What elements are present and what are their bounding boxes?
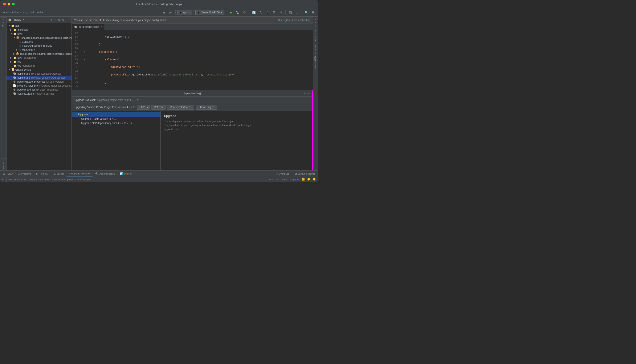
- tab-upgrade-assistant[interactable]: ↑ Upgrade Assistant: [67, 171, 93, 177]
- tab-app-inspection-label: App Inspection: [100, 172, 115, 175]
- run-selected-steps-btn[interactable]: Run selected steps: [167, 105, 194, 110]
- upgrade-assistant-label: Upgrade Assistant:: [75, 98, 96, 102]
- tab-profiler[interactable]: 📊 Profiler: [118, 171, 134, 177]
- tab-profiler-label: Profiler: [124, 172, 132, 175]
- navigate-forward-btn[interactable]: ▶: [168, 10, 174, 15]
- tree-label-gradle-scripts: Gradle Scripts: [15, 68, 31, 71]
- buildgradle-project-icon: 🐘: [13, 72, 17, 75]
- tree-label-proguard: proguard-rules.pro (ProGuard Rules for L…: [17, 84, 72, 87]
- code-editor[interactable]: 12 13 14 15 16 17 18 19 20 21 22 23 24 2…: [72, 30, 313, 89]
- toolbar-separator-6: [301, 10, 302, 14]
- profile-button[interactable]: ⏱: [241, 10, 247, 15]
- panel-close-btn[interactable]: —: [66, 18, 70, 22]
- tree-item-constants[interactable]: ▶ © Constants: [7, 40, 72, 44]
- editor-area: You can use the Project Structure dialog…: [72, 16, 313, 182]
- res-gen-icon: 📁: [13, 64, 17, 67]
- tab-logcat[interactable]: ☰ Logcat: [51, 171, 67, 177]
- gradle-properties-icon: ⚙: [13, 88, 16, 91]
- tree-item-gradle-wrapper[interactable]: ▶ ⚙ gradle-wrapper.properties (Gradle Ve…: [7, 80, 72, 84]
- bottom-tabs-bar: ☰ TODO ⚠ Problems ▶ Terminal ☰ Logcat ↑ …: [0, 170, 318, 177]
- gradle-tab-vertical[interactable]: Gradle: [313, 16, 317, 28]
- tree-item-res-generated[interactable]: ▶ 📁 res (generated): [7, 64, 72, 68]
- tree-item-androidtest-package[interactable]: ▶ 📦 com.google.android.gms.location.samp…: [7, 52, 72, 56]
- tree-item-app[interactable]: ▼ 📁 app: [7, 24, 72, 28]
- emulator-tab-vertical[interactable]: Emulator: [313, 28, 317, 42]
- upgrade-toolbar: Upgrading Android Gradle Plugin from ver…: [72, 104, 312, 111]
- breadcrumb-buildgradle[interactable]: build.gradle: [30, 11, 43, 14]
- panel-minimize-btn[interactable]: —: [307, 92, 310, 95]
- tree-item-main-package[interactable]: ▼ 📦 com.google.android.gms.location.samp…: [7, 36, 72, 40]
- android-icon: 🤖: [8, 18, 11, 21]
- open-project-structure-btn[interactable]: Open (⌘;): [278, 19, 290, 22]
- app-config-dropdown[interactable]: 📱 app ▼: [177, 10, 192, 15]
- database-btn[interactable]: 🗃: [294, 10, 300, 15]
- minimize-button[interactable]: [8, 3, 10, 6]
- build-button[interactable]: 🔨: [258, 10, 263, 15]
- tree-item-java-generated[interactable]: ▶ 📁 java (generated): [7, 56, 72, 60]
- maximize-button[interactable]: [12, 3, 15, 6]
- tree-item-buildgradle-project[interactable]: ▶ 🐘 build.gradle (Project: LocationAddre…: [7, 72, 72, 76]
- tab-problems[interactable]: ⚠ Problems: [16, 171, 34, 177]
- tree-item-res[interactable]: ▶ 📁 res: [7, 60, 72, 64]
- sync-button[interactable]: 🔄: [251, 10, 257, 15]
- tab-terminal[interactable]: ▶ Terminal: [34, 171, 51, 177]
- sdk-button[interactable]: 🛠: [271, 10, 277, 15]
- code-content[interactable]: versionName "1.0" } ▼ buildTypes { ▼ rel…: [81, 30, 313, 89]
- line-numbers: 12 13 14 15 16 17 18 19 20 21 22 23 24 2…: [72, 30, 81, 89]
- tab-event-log[interactable]: ① Event Log: [273, 171, 292, 177]
- more-options-btn[interactable]: ☰: [310, 10, 316, 15]
- code-line-19: }: [84, 88, 310, 89]
- tab-app-inspection[interactable]: 🔍 App Inspection: [93, 171, 118, 177]
- tree-label-res-generated: res (generated): [18, 64, 35, 67]
- tree-item-buildgradle-module[interactable]: ▶ 🐘 build.gradle (Module: LocationAddres…: [7, 76, 72, 80]
- tree-item-gradle-scripts[interactable]: ▼ 📜 Gradle Scripts: [7, 68, 72, 72]
- close-tab-icon[interactable]: ✕: [137, 98, 139, 101]
- tab-close-btn[interactable]: ✕: [100, 26, 102, 28]
- breadcrumb-app[interactable]: app: [23, 11, 27, 14]
- panel-settings-btn[interactable]: ⚙: [62, 18, 65, 22]
- adb-tab-vertical[interactable]: ADB: [313, 54, 318, 63]
- layout-inspector-tb-btn[interactable]: 🖼: [287, 10, 293, 15]
- android-dropdown-arrow[interactable]: ▼: [23, 18, 25, 21]
- tree-item-proguard[interactable]: ▶ 📄 proguard-rules.pro (ProGuard Rules f…: [7, 84, 72, 88]
- tree-item-settings-gradle[interactable]: ▶ 🐘 settings.gradle (Project Settings): [7, 92, 72, 96]
- tree-item-gradle-properties[interactable]: ▶ ⚙ gradle.properties (Project Propertie…: [7, 88, 72, 92]
- tree-item-fetchaddress[interactable]: ▶ © FetchAddressIntentService: [7, 44, 72, 48]
- close-button[interactable]: [3, 3, 6, 6]
- panel-settings-gear[interactable]: ⚙: [303, 92, 306, 95]
- tab-todo[interactable]: ☰ TODO: [0, 171, 16, 177]
- settings-button[interactable]: ⚙: [278, 10, 284, 15]
- gradle-wrapper-icon: ⚙: [13, 80, 16, 83]
- search-button[interactable]: 🔍: [303, 10, 309, 15]
- debug-button[interactable]: 🐛: [235, 10, 241, 15]
- editor-tab-buildgradle[interactable]: 🐘 build.gradle (:app) ✕: [72, 24, 105, 30]
- tab-layout-inspector[interactable]: 🖼 Layout Inspector: [292, 171, 318, 177]
- panel-filter-btn[interactable]: ⇅: [57, 18, 61, 22]
- tree-label-java-generated: java (generated): [18, 56, 36, 59]
- tree-label-buildgradle-module: build.gradle (Module: LocationAddress.ap…: [18, 76, 66, 79]
- project-tab-vertical[interactable]: Project: [1, 18, 6, 28]
- res-icon: 📁: [13, 60, 17, 63]
- navigate-back-btn[interactable]: ◀: [161, 10, 167, 15]
- hide-notification-btn[interactable]: Hide notification: [292, 19, 310, 22]
- show-usages-btn[interactable]: Show Usages: [196, 105, 217, 110]
- refresh-btn[interactable]: Refresh: [151, 105, 166, 110]
- run-button[interactable]: ▶: [228, 10, 234, 15]
- tab-event-log-label: Event Log: [279, 172, 289, 175]
- version-select[interactable]: 7.0.2: [137, 105, 150, 110]
- avd-button[interactable]: 📱: [264, 10, 270, 15]
- collapse-all-btn[interactable]: ≡: [54, 18, 57, 22]
- resource-manager-tab-vertical[interactable]: Resource Manager: [1, 158, 6, 182]
- status-main-text: Android Studio Arctic Fox | 2020.3.1 Pat…: [8, 178, 90, 181]
- locate-in-panel-btn[interactable]: ⊕: [50, 18, 53, 22]
- tree-label-main-package: com.google.android.gms.location.sample.l…: [21, 36, 72, 39]
- device-dropdown[interactable]: 📱 Nexus 10 API 30 ▼: [195, 10, 224, 15]
- tree-item-manifests[interactable]: ▶ 📁 manifests: [7, 28, 72, 32]
- upgrade-item-upgrade[interactable]: ✓ Upgrade: [72, 112, 160, 117]
- project-panel-header: 🤖 Android ▼ ⊕ ≡ ⇅ ⚙ —: [7, 16, 72, 23]
- tree-item-mainactivity[interactable]: ▶ © MainActivity: [7, 48, 72, 52]
- tab-upgrade-label: Upgrade Assistant: [71, 172, 90, 175]
- breadcrumb-locationaddress[interactable]: LocationAddress: [2, 11, 21, 14]
- upgrade-toolbar-label: Upgrading Android Gradle Plugin from ver…: [75, 106, 135, 109]
- tree-item-java[interactable]: ▼ 📁 java: [7, 32, 72, 36]
